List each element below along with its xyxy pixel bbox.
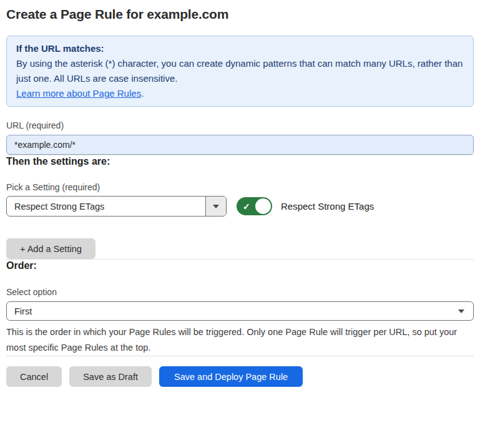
learn-more-link[interactable]: Learn more about Page Rules [16,88,141,99]
check-icon: ✓ [243,202,250,210]
form-actions: Cancel Save as Draft Save and Deploy Pag… [6,366,474,387]
chevron-down-icon [213,205,219,208]
url-match-info-box: If the URL matches: By using the asteris… [6,36,474,107]
setting-select[interactable]: Respect Strong ETags [6,196,227,217]
respect-strong-etags-toggle[interactable]: ✓ [237,197,272,215]
url-label: URL (required) [6,120,474,130]
order-select[interactable]: First [6,301,474,321]
save-and-deploy-button[interactable]: Save and Deploy Page Rule [159,366,303,387]
info-box-body: By using the asterisk (*) character, you… [16,56,464,86]
setting-select-value: Respect Strong ETags [7,197,205,216]
pick-setting-label: Pick a Setting (required) [6,182,474,192]
url-input[interactable] [6,135,474,155]
order-heading: Order: [6,260,474,272]
save-as-draft-button[interactable]: Save as Draft [69,366,152,387]
section-divider [6,356,474,356]
order-help-text: This is the order in which your Page Rul… [6,324,468,356]
order-select-value: First [14,306,32,316]
page-title: Create a Page Rule for example.com [6,6,474,22]
chevron-down-icon [458,309,464,313]
create-page-rule-form: Create a Page Rule for example.com If th… [0,0,480,387]
toggle-knob [255,198,271,214]
info-box-link-line: Learn more about Page Rules. [16,86,464,101]
settings-heading: Then the settings are: [6,155,474,168]
order-select-label: Select option [6,287,474,297]
setting-row: Respect Strong ETags ✓ Respect Strong ET… [6,196,474,217]
setting-select-arrow-button[interactable] [205,197,226,216]
toggle-label: Respect Strong ETags [281,201,374,212]
info-box-heading: If the URL matches: [16,41,464,56]
cancel-button[interactable]: Cancel [6,366,62,387]
link-period: . [141,88,144,99]
add-setting-button[interactable]: + Add a Setting [6,238,96,259]
